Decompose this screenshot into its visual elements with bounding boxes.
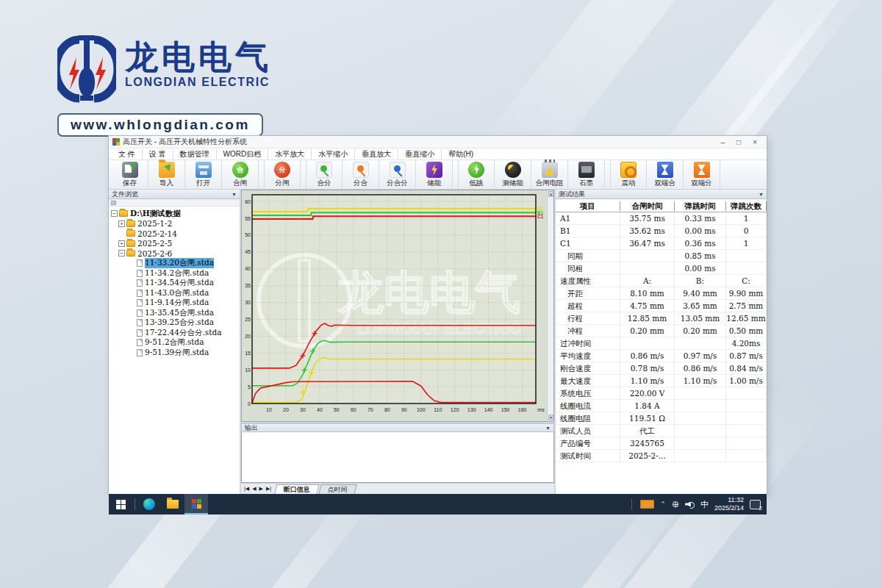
longdian-logo-icon [57,32,116,106]
expand-icon[interactable]: + [118,220,125,227]
collapse-icon[interactable]: − [118,250,125,257]
tree-item[interactable]: 11-33.20合闸.stda [111,259,240,269]
svg-text:C1: C1 [537,214,544,219]
collapse-icon[interactable]: − [111,210,118,217]
chart-scrollbar[interactable]: ▲ ▼ [547,190,553,421]
maximize-button[interactable]: □ [736,138,741,146]
chevron-down-icon[interactable]: ▼ [545,426,551,431]
tree-item-label: 2025-2-5 [137,239,172,248]
scroll-down-icon[interactable]: ▼ [548,415,553,420]
menu-item[interactable]: 水平缩小 [312,149,355,159]
active-app-button[interactable] [184,494,208,514]
svg-text:130: 130 [467,407,476,412]
tree-item[interactable]: 11-34.2合闸.stda [111,268,240,279]
tray-expand-icon[interactable]: ⌃ [660,501,666,508]
volume-icon[interactable] [685,501,695,509]
menu-item[interactable]: 水平放大 [268,149,312,159]
toolbar-button[interactable]: 石墨 [568,160,605,189]
toolbar-button[interactable]: 导入 [148,160,185,189]
tree-item[interactable]: 11-9.14分闸.stda [111,298,240,309]
tree-item-label: 17-22.44分合分.stda [145,328,221,338]
svg-text:90: 90 [401,407,407,412]
results-cell [675,387,726,399]
tree-item[interactable]: 9-51.39分闸.stda [111,348,240,358]
toolbar-button[interactable]: 分合 [343,160,379,189]
results-row-label: 线圈电阻 [556,412,620,424]
close-button[interactable]: × [753,138,757,146]
tab-nav-arrow[interactable]: ▶ [259,486,263,492]
tab-inactive[interactable]: 点时间 [319,484,357,494]
results-column-header: 合闸时间 [620,201,675,211]
results-cell: 3.65 mm [675,300,726,312]
menu-bar: 文 件设 置数据管理WORD归档水平放大水平缩小垂直放大垂直缩小帮助(H) [109,148,767,160]
menu-item[interactable]: WORD归档 [217,149,269,159]
toolbar-button[interactable]: 打开 [185,160,222,189]
scroll-up-icon[interactable]: ▲ [548,191,553,197]
results-cell: 2025-2-... [620,450,675,462]
ime-indicator[interactable]: 中 [700,499,709,510]
results-cell [675,450,726,462]
tree-item[interactable]: 2025-2-14 [111,229,240,239]
svg-text:50: 50 [245,232,251,237]
toolbar-button[interactable]: 分合分 [379,160,416,189]
toolbar-button[interactable]: 合合闸 [222,160,259,189]
file-browser-toolbar [109,199,240,207]
network-icon[interactable]: ⊕ [672,499,679,509]
expand-icon[interactable]: + [118,240,125,247]
toolbar-button[interactable]: 双端合 [647,160,684,189]
svg-text:30: 30 [245,300,251,305]
start-button[interactable] [109,494,132,514]
toolbar-button[interactable]: 低跳 [458,160,495,189]
chevron-down-icon[interactable]: ▼ [232,192,237,197]
toolbar-button[interactable]: 分分闸 [264,160,301,189]
menu-item[interactable]: 垂直缩小 [398,149,442,159]
dual-icon [694,162,710,178]
menu-item[interactable]: 帮助(H) [442,149,480,159]
tab-active[interactable]: 断口信息 [275,484,320,494]
tray-app-icon[interactable] [640,500,654,509]
notification-icon[interactable]: 2 [750,500,761,509]
tab-nav-arrow[interactable]: |◀ [244,486,249,492]
results-row-label: 测试时间 [556,450,620,462]
edge-browser-button[interactable] [137,494,161,514]
chevron-down-icon[interactable]: ▼ [759,192,764,197]
tree-item[interactable]: −D:\H测试数据 [111,209,240,219]
toolbar-button[interactable]: 双端分 [684,160,720,189]
menu-item[interactable]: 文 件 [112,149,143,159]
tree-item[interactable]: +2025-2-5 [111,239,240,249]
menu-item[interactable]: 垂直放大 [355,149,398,159]
toolbar-button[interactable]: 震动 [610,160,647,189]
tab-nav-arrow[interactable]: ▶| [266,486,271,492]
tree-item[interactable]: +2025-1-2 [111,219,240,229]
toolbar-button[interactable]: 合分 [306,160,343,189]
toolbar-button[interactable]: 测储能 [495,160,531,189]
tree-item[interactable]: 17-22.44分合分.stda [111,328,240,338]
tree-item[interactable]: 13-39.25合分.stda [111,318,240,329]
file-icon [137,329,143,337]
results-cell: 1 [726,212,767,224]
tree-item[interactable]: 9-51.2合闸.stda [111,338,240,348]
tree-item[interactable]: 11-43.0合闸.stda [111,288,240,298]
refresh-icon[interactable] [111,201,116,205]
toolbar-button[interactable]: 保存 [112,160,148,189]
file-explorer-button[interactable] [161,494,184,514]
minimize-button[interactable]: – [721,138,725,146]
toolbar-button-label: 分合 [354,179,368,188]
tree-item[interactable]: 13-35.45合闸.stda [111,308,240,318]
toolbar-button[interactable]: 储能 [416,160,453,189]
tab-nav-arrow[interactable]: ◀ [252,486,256,492]
tree-item[interactable]: 11-34.54分闸.stda [111,279,240,289]
results-cell: 220.00 V [620,387,675,399]
waveform-chart[interactable]: 龙电电气LONGDIAN ELECTRIC0510152025303540455… [241,190,554,422]
clock[interactable]: 11:32 2025/2/14 [714,496,744,512]
notification-badge: 2 [759,505,762,512]
svg-text:120: 120 [451,407,459,412]
results-cell [726,400,767,412]
svg-text:55: 55 [245,216,251,221]
results-row-label: 系统电压 [556,387,620,399]
menu-item[interactable]: 数据管理 [173,149,217,159]
results-cell: 代工 [620,425,675,437]
menu-item[interactable]: 设 置 [143,149,173,159]
tree-item[interactable]: −2025-2-6 [111,248,240,259]
toolbar-button[interactable]: 合闸电阻 [531,160,568,189]
